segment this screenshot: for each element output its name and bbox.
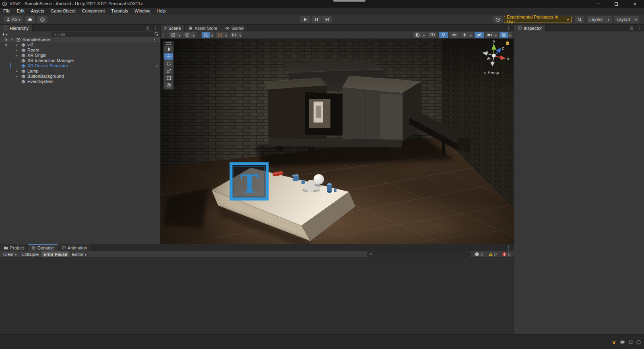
- lock-icon[interactable]: [146, 26, 150, 30]
- console-search-input[interactable]: [374, 251, 469, 257]
- plastic-scm-button[interactable]: [37, 16, 47, 23]
- tab-project[interactable]: Project: [0, 244, 28, 251]
- menu-assets[interactable]: Assets: [28, 8, 47, 15]
- menu-tutorials[interactable]: Tutorials: [108, 8, 131, 15]
- tab-hierarchy[interactable]: Hierarchy: [0, 25, 33, 31]
- scene-effects-button[interactable]: [460, 32, 473, 38]
- draw-mode-button[interactable]: [413, 32, 426, 38]
- console-info-badge[interactable]: 0: [472, 251, 485, 257]
- hierarchy-item-xr-interaction-manager[interactable]: XR Interaction Manager: [0, 58, 160, 63]
- play-button[interactable]: [300, 16, 310, 23]
- tab-inspector[interactable]: Inspector: [514, 25, 546, 31]
- close-button[interactable]: [625, 0, 644, 8]
- tab-label: Animation: [68, 245, 87, 250]
- pick-cursor-icon[interactable]: [4, 43, 9, 47]
- menu-help[interactable]: Help: [153, 8, 169, 15]
- pause-button[interactable]: [312, 16, 321, 23]
- hierarchy-item-xr-device-simulator[interactable]: XR Device Simulator: [0, 63, 160, 69]
- lock-icon[interactable]: [630, 26, 634, 30]
- menu-component[interactable]: Component: [78, 8, 108, 15]
- step-button[interactable]: [322, 16, 332, 23]
- 2d-mode-button[interactable]: 2D: [427, 32, 437, 38]
- menu-gameobject[interactable]: GameObject: [47, 8, 79, 15]
- scene-menu-button[interactable]: [152, 37, 157, 42]
- hierarchy-item-lamp[interactable]: Lamp: [0, 69, 160, 74]
- maximize-button[interactable]: [607, 0, 625, 8]
- tool-settings-button[interactable]: [169, 32, 182, 38]
- console-message-icon[interactable]: [620, 340, 625, 345]
- minimize-button[interactable]: [588, 0, 607, 8]
- tab-console[interactable]: Console: [28, 244, 58, 251]
- collapse-button[interactable]: Collapse: [19, 251, 41, 257]
- search-icon: [577, 17, 582, 22]
- tab-animation[interactable]: Animation: [58, 244, 91, 251]
- menu-file[interactable]: File: [0, 8, 14, 15]
- layers-dropdown[interactable]: Layers: [587, 16, 612, 23]
- warning-triangle-icon: [488, 252, 493, 257]
- toolbar-drag-handle[interactable]: [163, 33, 166, 37]
- expand-arrow-icon[interactable]: [15, 42, 19, 48]
- tools-drag-handle[interactable]: [166, 42, 171, 45]
- panel-menu-button[interactable]: [153, 25, 158, 31]
- console-error-badge[interactable]: 0: [500, 251, 512, 257]
- hierarchy-item-room[interactable]: Room: [0, 48, 160, 53]
- menu-edit[interactable]: Edit: [14, 8, 28, 15]
- hierarchy-item-eventsystem[interactable]: EventSystem: [0, 79, 160, 84]
- expand-arrow-icon[interactable]: [15, 69, 19, 74]
- editor-dropdown[interactable]: Editor: [70, 251, 89, 257]
- panel-menu-button[interactable]: [637, 25, 642, 31]
- projection-label[interactable]: < Persp: [484, 70, 499, 75]
- undo-history-button[interactable]: [493, 16, 503, 23]
- hierarchy-item-xr-origin[interactable]: XR Origin: [0, 53, 160, 58]
- hierarchy-item-vr2[interactable]: vr2: [0, 42, 160, 48]
- refresh-icon[interactable]: [628, 340, 634, 345]
- menu-window[interactable]: Window: [131, 8, 153, 15]
- hierarchy-scene-row[interactable]: SampleScene: [0, 37, 160, 42]
- cloud-button[interactable]: [25, 16, 35, 23]
- expand-arrow-icon[interactable]: [10, 37, 14, 42]
- grid-visibility-button[interactable]: [202, 32, 214, 38]
- error-pause-button[interactable]: Error Pause: [41, 251, 69, 257]
- handle-orientation-button[interactable]: [183, 32, 196, 38]
- scene-audio-button[interactable]: [450, 32, 459, 38]
- grid-snap-button[interactable]: [216, 32, 228, 38]
- clear-button[interactable]: Clear: [1, 251, 19, 257]
- pick-cursor-icon[interactable]: [4, 37, 9, 42]
- expand-arrow-icon[interactable]: [15, 74, 19, 79]
- layout-dropdown[interactable]: Layout: [614, 16, 639, 23]
- paw-activity-icon[interactable]: [611, 340, 617, 345]
- light-bulb-icon: [441, 32, 446, 37]
- view-tool-button[interactable]: [164, 46, 173, 52]
- error-count: 0: [508, 252, 510, 257]
- scene-lighting-button[interactable]: [439, 32, 448, 38]
- scene-visibility-button[interactable]: [475, 32, 484, 38]
- scale-tool-button[interactable]: [164, 67, 173, 74]
- panel-menu-button[interactable]: [506, 25, 511, 31]
- expand-arrow-icon[interactable]: [15, 48, 19, 53]
- snap-increment-button[interactable]: [230, 32, 242, 38]
- hierarchy-search-input[interactable]: [60, 33, 157, 37]
- rect-tool-button[interactable]: [164, 75, 173, 81]
- tab-game[interactable]: Game: [221, 25, 248, 31]
- gizmos-button[interactable]: [500, 32, 512, 38]
- create-button[interactable]: [2, 31, 8, 37]
- tab-asset-store[interactable]: Asset Store: [185, 25, 221, 31]
- panel-menu-button[interactable]: [506, 245, 511, 251]
- search-button[interactable]: [575, 16, 584, 23]
- expand-arrow-icon[interactable]: [15, 53, 19, 58]
- picker-icon[interactable]: [154, 32, 159, 37]
- chevron-down-icon: [239, 33, 241, 37]
- transform-tool-button[interactable]: [164, 82, 173, 89]
- status-circle-icon[interactable]: [636, 340, 641, 345]
- account-dropdown[interactable]: AS: [4, 16, 23, 23]
- rotate-tool-button[interactable]: [164, 60, 173, 67]
- console-log-area[interactable]: [0, 258, 514, 334]
- console-warning-badge[interactable]: 0: [486, 251, 499, 257]
- 2d-label: 2D: [429, 33, 435, 37]
- scene-viewport[interactable]: T: [161, 39, 514, 244]
- tab-scene[interactable]: Scene: [161, 25, 185, 31]
- hierarchy-item-buttonbackground[interactable]: ButtonBackground: [0, 74, 160, 79]
- experimental-packages-button[interactable]: Experimental Packages In Use: [504, 16, 572, 23]
- move-tool-button[interactable]: [164, 53, 173, 60]
- camera-settings-button[interactable]: [485, 32, 498, 38]
